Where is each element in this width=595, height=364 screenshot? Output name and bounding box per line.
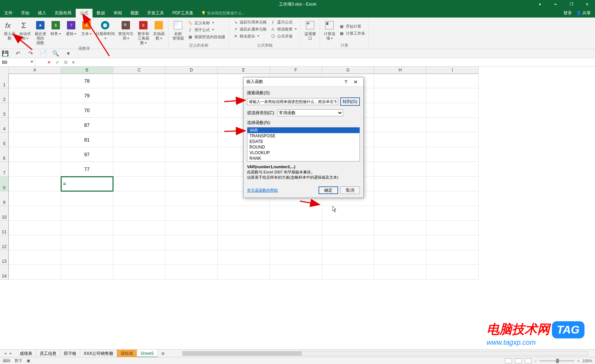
cell[interactable] (61, 221, 113, 235)
cell[interactable] (165, 265, 218, 280)
tab-pdftools[interactable]: PDF工具集 (168, 9, 198, 18)
calculate-now-button[interactable]: ▦开始计算 (337, 23, 367, 29)
cell[interactable] (9, 265, 61, 280)
cell[interactable] (322, 206, 374, 221)
show-formulas-button[interactable]: ƒ显示公式 (269, 19, 298, 25)
cell[interactable] (165, 74, 218, 88)
cell[interactable] (270, 250, 322, 265)
create-from-selection-button[interactable]: ▦根据所选内容创建 (186, 34, 227, 40)
cell[interactable] (374, 235, 426, 250)
zoom-out-button[interactable]: − (534, 359, 536, 363)
cell[interactable] (9, 221, 61, 235)
name-box[interactable]: B8 (0, 58, 35, 67)
cell[interactable] (374, 132, 426, 147)
tab-home[interactable]: 开始 (17, 9, 34, 18)
calculation-options-button[interactable]: 🖩 计算选项 (322, 19, 337, 41)
select-all-corner[interactable] (0, 67, 9, 74)
function-list-item[interactable]: ROUND (247, 144, 360, 150)
cell[interactable] (9, 147, 61, 162)
row-header[interactable]: 14 (0, 265, 9, 280)
cell[interactable] (322, 265, 374, 280)
cell[interactable] (9, 191, 61, 206)
cell[interactable]: = (61, 177, 113, 191)
row-header[interactable]: 12 (0, 235, 9, 250)
cell[interactable] (270, 235, 322, 250)
function-list-item[interactable]: TRANSPOSE (247, 133, 360, 139)
tab-pagelayout[interactable]: 页面布局 (50, 9, 76, 18)
row-header[interactable]: 7 (0, 162, 9, 177)
cell[interactable] (165, 118, 218, 132)
redo-button[interactable]: ↷ (27, 50, 34, 57)
cell[interactable] (9, 162, 61, 177)
cell[interactable] (113, 221, 165, 235)
ribbon-options-icon[interactable]: ▾ (532, 0, 548, 9)
row-header[interactable]: 10 (0, 206, 9, 221)
add-sheet-button[interactable]: ⊕ (158, 351, 168, 356)
category-select[interactable]: 常用函数 (277, 109, 343, 116)
cell[interactable] (165, 235, 218, 250)
sheet-tab[interactable]: 成绩表 (16, 350, 36, 357)
cell[interactable] (9, 132, 61, 147)
cell[interactable] (218, 250, 270, 265)
cell[interactable] (61, 235, 113, 250)
cell[interactable] (113, 250, 165, 265)
col-header-i[interactable]: I (426, 67, 479, 74)
cell[interactable] (270, 206, 322, 221)
row-header[interactable]: 3 (0, 103, 9, 118)
cell[interactable] (426, 103, 479, 118)
cell[interactable] (426, 177, 479, 191)
tab-insert[interactable]: 插入 (34, 9, 50, 18)
cell[interactable]: 77 (61, 162, 113, 177)
name-manager-button[interactable]: 📄 名称 管理器 (171, 19, 185, 41)
cell[interactable] (165, 132, 218, 147)
view-normal-button[interactable] (505, 358, 512, 363)
qat-button-6[interactable]: ▾ (65, 50, 71, 57)
tab-data[interactable]: 数据 (93, 9, 109, 18)
tab-review[interactable]: 审阅 (109, 9, 126, 18)
cell[interactable] (165, 191, 218, 206)
cell[interactable] (61, 191, 113, 206)
tab-file[interactable]: 文件 (0, 9, 17, 18)
error-checking-button[interactable]: ⚠错误检查 (269, 26, 298, 32)
sheet-tab[interactable]: XXX公司销售额 (80, 350, 117, 357)
function-list-item[interactable]: QUOTIENT (247, 161, 360, 162)
sheet-tab[interactable]: Sheet5 (137, 350, 158, 357)
cell[interactable] (165, 103, 218, 118)
sheet-nav-first[interactable]: ◄ (4, 351, 7, 355)
row-header[interactable]: 6 (0, 147, 9, 162)
row-header[interactable]: 2 (0, 88, 9, 103)
cell[interactable] (426, 74, 479, 88)
cell[interactable] (374, 221, 426, 235)
other-functions-button[interactable]: ⋯ 其他函数 (151, 19, 166, 45)
col-header-d[interactable]: D (165, 67, 218, 74)
function-list-item[interactable]: RANK (247, 156, 360, 161)
cell[interactable] (374, 103, 426, 118)
cell[interactable] (9, 118, 61, 132)
cell[interactable] (426, 221, 479, 235)
lookup-button[interactable]: 🔍 查找与引用 (116, 19, 135, 45)
cell[interactable] (9, 206, 61, 221)
cell[interactable] (9, 88, 61, 103)
cell[interactable] (426, 235, 479, 250)
cell[interactable] (113, 177, 165, 191)
cell[interactable] (9, 177, 61, 191)
cell[interactable] (322, 221, 374, 235)
save-button[interactable]: 💾 (2, 50, 8, 57)
define-name-button[interactable]: 🏷️定义名称 (186, 20, 227, 26)
formula-bar-input[interactable]: = (70, 60, 595, 65)
cell[interactable] (9, 74, 61, 88)
cell[interactable] (374, 250, 426, 265)
cell[interactable] (426, 147, 479, 162)
go-button[interactable]: 转到(G) (340, 97, 360, 106)
mathtrig-button[interactable]: θ 数学和 三角函数 (136, 19, 151, 45)
row-header[interactable]: 8 (0, 177, 9, 191)
cell[interactable] (426, 250, 479, 265)
row-header[interactable]: 11 (0, 221, 9, 235)
cell[interactable] (9, 235, 61, 250)
cell[interactable]: 78 (61, 74, 113, 88)
col-header-c[interactable]: C (113, 67, 165, 74)
search-function-input[interactable] (247, 98, 338, 105)
col-header-a[interactable]: A (9, 67, 61, 74)
cell[interactable]: 87 (61, 118, 113, 132)
cell[interactable] (113, 118, 165, 132)
